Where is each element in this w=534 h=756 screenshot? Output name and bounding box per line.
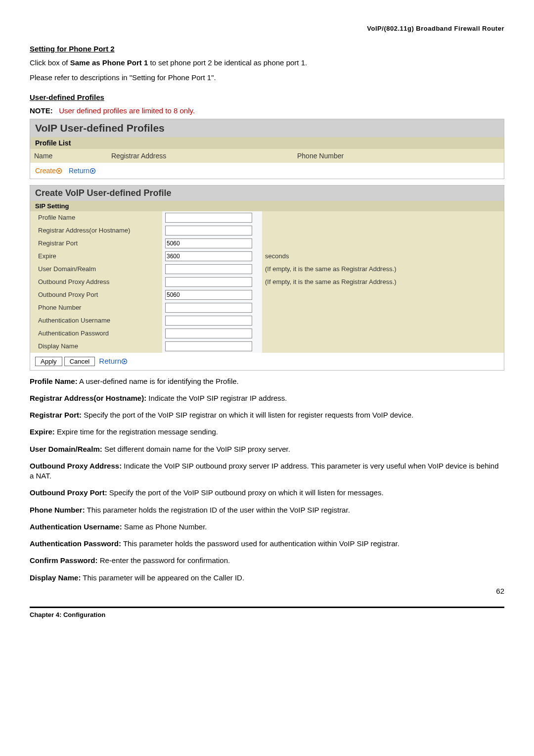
description-text: Re-enter the password for confirmation. [98, 556, 230, 565]
description-text: Specify the port of the VoIP SIP outboun… [107, 488, 384, 497]
field-input-cell [162, 263, 262, 276]
field-hint [262, 327, 504, 340]
field-hint: seconds [262, 250, 504, 263]
heading-user-defined-profiles: User-defined Profiles [30, 93, 504, 101]
text-input[interactable] [165, 226, 252, 236]
field-label: Registrar Port [30, 237, 162, 250]
text-input[interactable] [165, 277, 252, 287]
field-hint [262, 301, 504, 314]
description-line: Profile Name: A user-defined name is for… [30, 377, 504, 386]
field-input-cell [162, 327, 262, 340]
profiles-panel-title: VoIP User-defined Profiles [30, 119, 504, 137]
description-label: Registrar Address(or Hostname): [30, 394, 146, 402]
create-link[interactable]: Create [35, 167, 64, 175]
text-input[interactable] [165, 238, 252, 248]
description-line: Authentication Password: This parameter … [30, 539, 504, 549]
field-descriptions: Profile Name: A user-defined name is for… [30, 377, 504, 583]
description-label: Phone Number: [30, 506, 85, 514]
heading-phone-port-2: Setting for Phone Port 2 [30, 45, 504, 53]
text-input[interactable] [165, 341, 252, 351]
description-text: This parameter holds the registration ID… [85, 506, 350, 514]
description-text: Specify the port of the VoIP SIP registr… [82, 411, 413, 419]
footer-chapter: Chapter 4: Configuration [30, 611, 105, 618]
field-label: Authentication Username [30, 314, 162, 327]
text-input[interactable] [165, 316, 252, 326]
col-spacer [482, 149, 504, 163]
col-phone-number: Phone Number [293, 149, 460, 163]
text-input[interactable] [165, 329, 252, 338]
apply-button[interactable]: Apply [35, 357, 62, 366]
description-label: Outbound Proxy Port: [30, 488, 107, 497]
description-line: Outbound Proxy Port: Specify the port of… [30, 488, 504, 498]
field-hint [262, 211, 504, 224]
text-input[interactable] [165, 290, 252, 300]
return-link-label: Return [69, 167, 89, 175]
text: to set phone port 2 be identical as phon… [148, 58, 307, 67]
field-input-cell [162, 276, 262, 288]
col-name: Name [30, 149, 107, 163]
svg-marker-3 [92, 170, 94, 172]
form-button-row: Apply Cancel Return [30, 353, 504, 370]
form-return-link[interactable]: Return [99, 357, 127, 365]
cancel-button[interactable]: Cancel [64, 357, 95, 366]
text-input[interactable] [165, 251, 252, 261]
description-label: Display Name: [30, 573, 81, 582]
description-label: User Domain/Realm: [30, 445, 102, 453]
field-input-cell [162, 211, 262, 224]
page-number: 62 [30, 587, 504, 595]
note-label: NOTE: [30, 106, 53, 115]
text-bold: Same as Phone Port 1 [70, 58, 148, 67]
play-icon [89, 167, 95, 175]
description-text: A user-defined name is for identifying t… [78, 377, 239, 385]
create-profile-subtitle: SIP Setting [30, 201, 504, 211]
profiles-panel: VoIP User-defined Profiles Profile List … [30, 119, 504, 179]
field-input-cell [162, 224, 262, 237]
play-icon [121, 357, 127, 365]
phone-port-2-line2: Please refer to descriptions in "Setting… [30, 73, 504, 83]
profiles-action-row: Create Return [30, 163, 504, 179]
description-text: This parameter holds the password used f… [121, 539, 400, 548]
doc-header-right: VoIP/(802.11g) Broadband Firewall Router [30, 25, 504, 32]
text-input[interactable] [165, 264, 252, 274]
col-registrar-address: Registrar Address [107, 149, 293, 163]
description-label: Confirm Password: [30, 556, 98, 565]
svg-marker-1 [58, 170, 61, 172]
field-input-cell [162, 237, 262, 250]
sip-setting-table: Profile NameRegistrar Address(or Hostnam… [30, 211, 504, 353]
create-link-label: Create [35, 167, 56, 175]
profile-list-table: Name Registrar Address Phone Number [30, 149, 504, 163]
play-icon [56, 167, 62, 175]
field-input-cell [162, 288, 262, 301]
description-label: Authentication Password: [30, 539, 121, 548]
description-line: Registrar Address(or Hostname): Indicate… [30, 393, 504, 403]
field-hint [262, 288, 504, 301]
field-hint [262, 340, 504, 353]
field-hint [262, 237, 504, 250]
field-label: Authentication Password [30, 327, 162, 340]
description-line: Expire: Expire time for the registration… [30, 427, 504, 437]
text-input[interactable] [165, 213, 252, 223]
description-text: Set different domain name for the VoIP S… [102, 445, 290, 453]
field-label: Expire [30, 250, 162, 263]
return-link[interactable]: Return [69, 167, 95, 175]
description-line: Confirm Password: Re-enter the password … [30, 556, 504, 566]
description-line: Registrar Port: Specify the port of the … [30, 410, 504, 420]
description-text: Expire time for the registration message… [55, 427, 218, 436]
field-hint [262, 314, 504, 327]
phone-port-2-line1: Click box of Same as Phone Port 1 to set… [30, 58, 504, 68]
description-label: Expire: [30, 427, 55, 436]
field-label: User Domain/Realm [30, 263, 162, 276]
text-input[interactable] [165, 303, 252, 313]
field-label: Display Name [30, 340, 162, 353]
field-label: Outbound Proxy Address [30, 276, 162, 288]
description-text: This parameter will be appeared on the C… [81, 573, 244, 582]
description-label: Authentication Username: [30, 522, 122, 531]
description-label: Registrar Port: [30, 411, 82, 419]
profiles-panel-subtitle: Profile List [30, 137, 504, 149]
create-profile-panel: Create VoIP User-defined Profile SIP Set… [30, 185, 504, 371]
field-input-cell [162, 314, 262, 327]
description-line: Phone Number: This parameter holds the r… [30, 505, 504, 515]
field-label: Phone Number [30, 301, 162, 314]
field-hint: (If empty, it is the same as Registrar A… [262, 263, 504, 276]
note-text: User defined profiles are limited to 8 o… [59, 106, 195, 115]
